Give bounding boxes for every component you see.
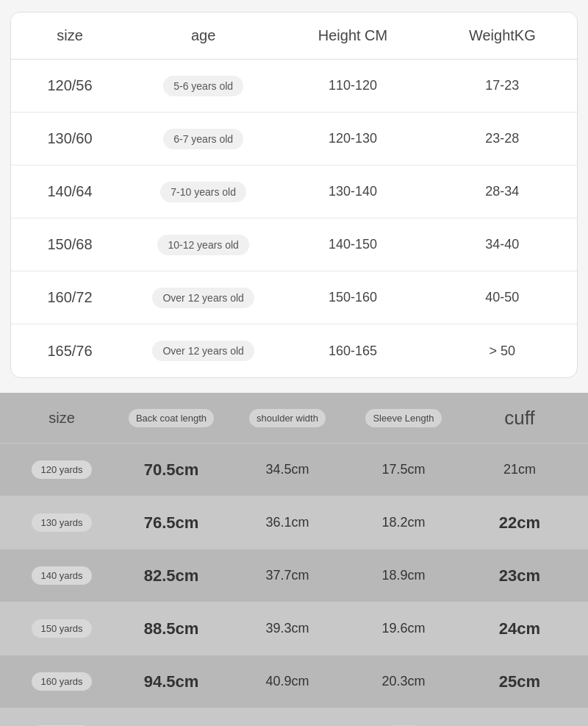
height-value: 130-140 xyxy=(278,175,427,208)
btd-size: 165 yards xyxy=(10,718,113,726)
bottom-header: size Back coat length shoulder width Sle… xyxy=(0,393,588,443)
table-row: 150/68 10-12 years old 140-150 34-40 xyxy=(11,218,577,271)
top-section: size age Height CM WeightKG 120/56 5-6 y… xyxy=(0,0,588,393)
height-value: 110-120 xyxy=(278,69,427,102)
btd-shoulder: 40.9cm xyxy=(229,666,345,697)
height-value: 150-160 xyxy=(278,281,427,314)
header-size: size xyxy=(11,13,129,59)
table-row: 130/60 6-7 years old 120-130 23-28 xyxy=(11,113,577,166)
btd-sleeve: 17.5cm xyxy=(345,455,462,485)
table-row: 120/56 5-6 years old 110-120 17-23 xyxy=(11,60,577,113)
weight-value: 17-23 xyxy=(428,69,577,102)
weight-value: 23-28 xyxy=(428,122,577,155)
size-value: 120/56 xyxy=(11,68,129,103)
age-value: Over 12 years old xyxy=(129,279,278,317)
table-row: 160/72 Over 12 years old 150-160 40-50 xyxy=(11,271,577,324)
header-weight: WeightKG xyxy=(428,13,577,59)
height-value: 140-150 xyxy=(278,228,427,261)
btd-shoulder: 37.7cm xyxy=(229,560,345,591)
btd-cuff: 26cm xyxy=(462,718,578,727)
btd-shoulder: 39.3cm xyxy=(229,613,345,644)
bth-shoulder: shoulder width xyxy=(229,409,345,427)
btd-cuff: 23cm xyxy=(462,559,578,593)
btd-backcoat: 94.5cm xyxy=(113,665,229,699)
table-row: 140/64 7-10 years old 130-140 28-34 xyxy=(11,166,577,218)
btd-sleeve: 20.3cm xyxy=(345,666,462,697)
btd-size: 120 yards xyxy=(10,453,113,486)
btd-cuff: 25cm xyxy=(462,665,578,699)
btd-shoulder: 36.1cm xyxy=(229,508,345,538)
table-row: 165/76 Over 12 years old 160-165 > 50 xyxy=(11,324,577,377)
age-value: Over 12 years old xyxy=(129,332,278,370)
bth-sleeve: Sleeve Length xyxy=(345,409,462,427)
btd-cuff: 21cm xyxy=(462,455,578,485)
size-value: 130/60 xyxy=(11,121,129,156)
age-value: 5-6 years old xyxy=(129,67,278,105)
weight-value: > 50 xyxy=(428,335,577,368)
size-value: 140/64 xyxy=(11,174,129,209)
size-value: 165/76 xyxy=(11,334,129,369)
btd-backcoat: 76.5cm xyxy=(113,506,229,540)
btd-backcoat: 70.5cm xyxy=(113,453,229,487)
age-value: 7-10 years old xyxy=(129,173,278,211)
btd-backcoat: 100.5cm xyxy=(113,718,229,727)
bottom-row: 160 yards 94.5cm 40.9cm 20.3cm 25cm xyxy=(0,655,588,708)
btd-sleeve: 21cm xyxy=(345,718,462,726)
size-chart-table: size age Height CM WeightKG 120/56 5-6 y… xyxy=(10,12,578,378)
age-value: 10-12 years old xyxy=(129,226,278,264)
btd-sleeve: 18.9cm xyxy=(345,560,462,591)
size-value: 150/68 xyxy=(11,227,129,262)
bth-back-coat: Back coat length xyxy=(113,409,229,427)
weight-value: 28-34 xyxy=(428,175,577,208)
height-value: 160-165 xyxy=(278,335,427,368)
bottom-row: 130 yards 76.5cm 36.1cm 18.2cm 22cm xyxy=(0,496,588,549)
btd-shoulder: 34.5cm xyxy=(229,455,345,485)
table-header: size age Height CM WeightKG xyxy=(11,13,577,60)
bth-size: size xyxy=(10,410,113,427)
size-value: 160/72 xyxy=(11,280,129,315)
btd-sleeve: 18.2cm xyxy=(345,508,462,538)
bth-cuff: cuff xyxy=(462,407,578,430)
btd-size: 160 yards xyxy=(10,665,113,698)
age-value: 6-7 years old xyxy=(129,120,278,158)
btd-size: 150 yards xyxy=(10,612,113,645)
bottom-row: 165 yards 100.5cm 42.5cm 21cm 26cm xyxy=(0,708,588,726)
btd-shoulder: 42.5cm xyxy=(229,719,345,726)
btd-sleeve: 19.6cm xyxy=(345,613,462,644)
bottom-row: 140 yards 82.5cm 37.7cm 18.9cm 23cm xyxy=(0,549,588,602)
weight-value: 34-40 xyxy=(428,228,577,261)
bottom-section: size Back coat length shoulder width Sle… xyxy=(0,393,588,726)
height-value: 120-130 xyxy=(278,122,427,155)
btd-size: 140 yards xyxy=(10,559,113,592)
btd-size: 130 yards xyxy=(10,506,113,539)
weight-value: 40-50 xyxy=(428,281,577,314)
btd-cuff: 22cm xyxy=(462,506,578,540)
bottom-row: 150 yards 88.5cm 39.3cm 19.6cm 24cm xyxy=(0,602,588,655)
header-height: Height CM xyxy=(278,13,427,59)
btd-backcoat: 82.5cm xyxy=(113,559,229,593)
header-age: age xyxy=(129,13,278,59)
btd-backcoat: 88.5cm xyxy=(113,612,229,646)
btd-cuff: 24cm xyxy=(462,612,578,646)
bottom-row: 120 yards 70.5cm 34.5cm 17.5cm 21cm xyxy=(0,443,588,496)
